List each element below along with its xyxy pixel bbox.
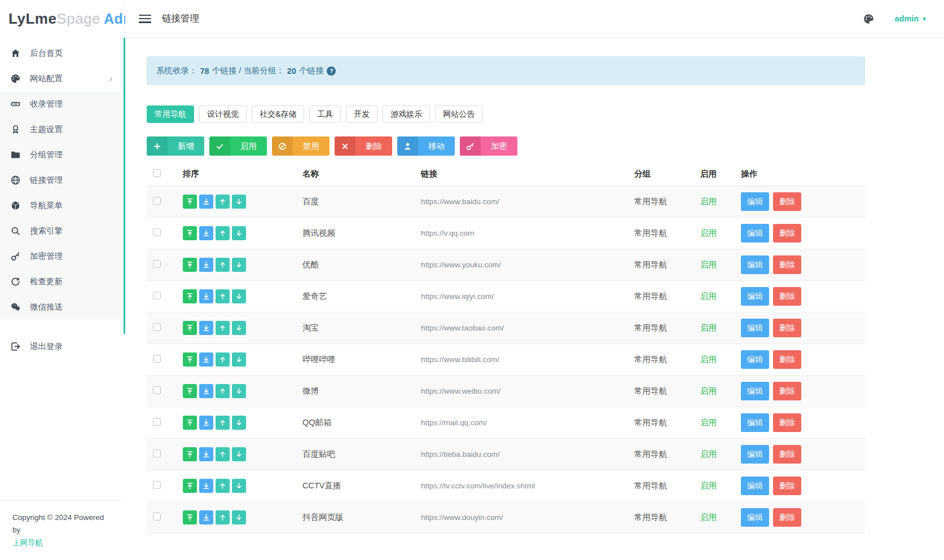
edit-button[interactable]: 编辑 — [741, 477, 769, 495]
category-tab-0[interactable]: 常用导航 — [147, 105, 194, 123]
move-down-button[interactable] — [232, 289, 246, 303]
row-checkbox[interactable] — [153, 355, 161, 363]
delete-button[interactable]: 删除 — [773, 319, 801, 337]
row-checkbox[interactable] — [153, 323, 161, 331]
toolbar-button-4[interactable]: 移动 — [397, 136, 455, 156]
hamburger-menu-icon[interactable] — [139, 15, 151, 23]
edit-button[interactable]: 编辑 — [741, 319, 769, 337]
palette-icon[interactable] — [863, 14, 874, 24]
delete-button[interactable]: 删除 — [773, 413, 801, 432]
move-bottom-button[interactable] — [199, 258, 213, 272]
sidebar-item-5[interactable]: 链接管理 — [0, 167, 124, 193]
move-top-button[interactable] — [183, 479, 197, 493]
user-dropdown[interactable]: admin ▼ — [894, 14, 927, 23]
toolbar-button-0[interactable]: 新增 — [147, 136, 204, 156]
move-top-button[interactable] — [183, 416, 197, 430]
row-checkbox[interactable] — [153, 418, 161, 426]
move-down-button[interactable] — [232, 384, 246, 398]
toolbar-button-1[interactable]: 启用 — [209, 136, 267, 156]
move-up-button[interactable] — [216, 384, 230, 398]
delete-button[interactable]: 删除 — [773, 477, 801, 495]
row-checkbox[interactable] — [153, 449, 161, 457]
edit-button[interactable]: 编辑 — [741, 445, 769, 464]
row-checkbox[interactable] — [153, 386, 161, 394]
move-up-button[interactable] — [216, 258, 230, 272]
category-tab-3[interactable]: 工具 — [309, 105, 341, 123]
move-bottom-button[interactable] — [199, 289, 213, 303]
move-down-button[interactable] — [232, 226, 246, 240]
move-down-button[interactable] — [232, 195, 246, 209]
move-down-button[interactable] — [232, 352, 246, 367]
edit-button[interactable]: 编辑 — [741, 224, 769, 242]
delete-button[interactable]: 删除 — [773, 445, 801, 464]
move-bottom-button[interactable] — [199, 321, 213, 335]
row-checkbox[interactable] — [153, 197, 161, 205]
row-checkbox[interactable] — [153, 228, 161, 236]
sidebar-item-10[interactable]: 微信推送 — [0, 294, 124, 320]
move-down-button[interactable] — [232, 479, 246, 493]
move-top-button[interactable] — [183, 258, 197, 272]
move-top-button[interactable] — [183, 226, 197, 240]
toolbar-button-3[interactable]: 删除 — [335, 136, 392, 156]
sidebar-item-0[interactable]: 后台首页 — [0, 41, 124, 66]
move-up-button[interactable] — [216, 289, 230, 303]
category-tab-1[interactable]: 设计视觉 — [199, 105, 247, 123]
sidebar-item-3[interactable]: 主题设置 — [0, 117, 124, 142]
move-top-button[interactable] — [183, 289, 197, 303]
sidebar-item-9[interactable]: 检查更新 — [0, 269, 124, 294]
sidebar-item-7[interactable]: 搜索引擎 — [0, 218, 124, 244]
move-up-button[interactable] — [216, 321, 230, 335]
sidebar-item-logout[interactable]: 退出登录 — [0, 334, 125, 359]
row-checkbox[interactable] — [153, 292, 161, 299]
edit-button[interactable]: 编辑 — [741, 287, 769, 306]
move-top-button[interactable] — [183, 510, 197, 524]
move-top-button[interactable] — [183, 195, 197, 209]
toolbar-button-2[interactable]: 禁用 — [272, 136, 330, 156]
row-checkbox[interactable] — [153, 513, 161, 521]
move-down-button[interactable] — [232, 447, 246, 461]
category-tab-5[interactable]: 游戏娱乐 — [383, 105, 430, 123]
move-bottom-button[interactable] — [199, 416, 213, 430]
delete-button[interactable]: 删除 — [773, 508, 801, 527]
move-down-button[interactable] — [232, 416, 246, 430]
move-bottom-button[interactable] — [199, 226, 213, 240]
select-all-checkbox[interactable] — [153, 169, 161, 177]
move-bottom-button[interactable] — [199, 447, 213, 461]
category-tab-6[interactable]: 网站公告 — [435, 105, 482, 123]
move-up-button[interactable] — [216, 352, 230, 367]
move-bottom-button[interactable] — [199, 195, 213, 209]
move-up-button[interactable] — [216, 479, 230, 493]
move-down-button[interactable] — [232, 258, 246, 272]
edit-button[interactable]: 编辑 — [741, 350, 769, 369]
edit-button[interactable]: 编辑 — [741, 508, 769, 527]
sidebar-item-1[interactable]: 网站配置› — [0, 66, 124, 91]
move-up-button[interactable] — [216, 510, 230, 524]
move-top-button[interactable] — [183, 384, 197, 398]
move-top-button[interactable] — [183, 447, 197, 461]
move-bottom-button[interactable] — [199, 510, 213, 524]
move-top-button[interactable] — [183, 352, 197, 367]
delete-button[interactable]: 删除 — [773, 255, 801, 274]
help-icon[interactable]: ? — [327, 67, 336, 76]
sidebar-item-8[interactable]: 加密管理 — [0, 244, 124, 269]
edit-button[interactable]: 编辑 — [741, 192, 769, 211]
move-bottom-button[interactable] — [199, 479, 213, 493]
category-tab-4[interactable]: 开发 — [346, 105, 377, 123]
edit-button[interactable]: 编辑 — [741, 255, 769, 274]
move-down-button[interactable] — [232, 510, 246, 524]
move-up-button[interactable] — [216, 416, 230, 430]
move-bottom-button[interactable] — [199, 352, 213, 367]
delete-button[interactable]: 删除 — [773, 192, 801, 211]
move-bottom-button[interactable] — [199, 384, 213, 398]
sidebar-item-6[interactable]: 导航菜单 — [0, 193, 124, 218]
edit-button[interactable]: 编辑 — [741, 413, 769, 432]
sidebar-item-4[interactable]: 分组管理 — [0, 142, 124, 167]
copyright-link[interactable]: 上网导航 — [12, 539, 43, 547]
row-checkbox[interactable] — [153, 260, 161, 268]
move-up-button[interactable] — [216, 447, 230, 461]
row-checkbox[interactable] — [153, 481, 161, 489]
toolbar-button-5[interactable]: 加密 — [460, 136, 517, 156]
delete-button[interactable]: 删除 — [773, 224, 801, 242]
move-down-button[interactable] — [232, 321, 246, 335]
delete-button[interactable]: 删除 — [773, 350, 801, 369]
